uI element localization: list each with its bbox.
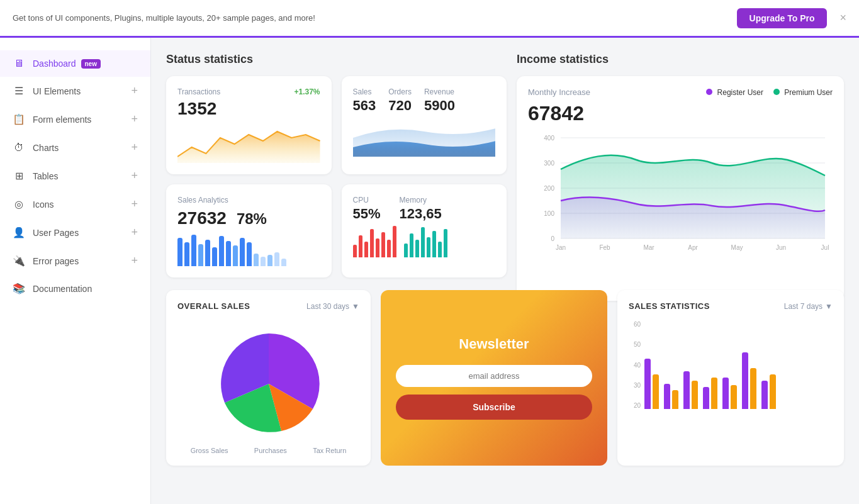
sidebar-label-icons: Icons — [33, 199, 53, 210]
svg-text:Jan: Jan — [556, 244, 566, 251]
svg-text:Apr: Apr — [688, 244, 698, 251]
user-pages-icon: 👤 — [13, 227, 25, 238]
expand-icon: + — [131, 198, 138, 211]
svg-text:Mar: Mar — [643, 244, 654, 251]
expand-icon: + — [131, 254, 138, 267]
transactions-value: 1352 — [177, 99, 320, 119]
premium-user-dot — [773, 89, 780, 95]
icons-icon: ◎ — [13, 198, 25, 210]
svg-text:Jun: Jun — [776, 244, 786, 251]
sidebar-item-error-pages[interactable]: 🔌 Error pages + — [0, 247, 150, 275]
purchases-label: Purchases — [254, 447, 287, 454]
cpu-value: 55% — [353, 206, 381, 222]
income-legend: Register User Premium User — [706, 88, 833, 97]
sales-analytics-card: Sales Analytics 27632 78% — [166, 184, 332, 277]
new-badge: new — [81, 59, 101, 69]
pie-labels: Gross Sales Purchases Tax Return — [177, 447, 359, 454]
sales-statistics-filter[interactable]: Last 7 days ▼ — [784, 302, 833, 311]
analytics-value1: 27632 — [177, 208, 227, 228]
revenue-value: 5900 — [424, 98, 455, 114]
sidebar: 🖥 Dashboard new ☰ UI Elements + 📋 Form e… — [0, 38, 151, 504]
newsletter-email-input[interactable] — [396, 365, 592, 387]
svg-text:100: 100 — [544, 210, 554, 217]
overall-sales-card: OVERALL SALES Last 30 days ▼ — [166, 290, 371, 466]
income-value: 67842 — [528, 102, 833, 125]
sidebar-label-error-pages: Error pages — [33, 256, 79, 266]
income-chart: 400 300 200 100 0 Jan — [528, 132, 833, 260]
sidebar-item-dashboard[interactable]: 🖥 Dashboard new — [0, 50, 150, 77]
sidebar-item-form-elements[interactable]: 📋 Form elements + — [0, 105, 150, 133]
documentation-icon: 📚 — [13, 283, 25, 294]
cpu-memory-charts — [353, 226, 496, 257]
error-pages-icon: 🔌 — [13, 255, 25, 267]
ui-elements-icon: ☰ — [13, 85, 25, 97]
svg-text:May: May — [731, 244, 743, 251]
transactions-change: +1.37% — [294, 87, 320, 96]
svg-text:200: 200 — [544, 185, 554, 192]
svg-text:Jul: Jul — [821, 244, 829, 251]
sidebar-label-charts: Charts — [33, 143, 59, 153]
transactions-label: Transactions — [177, 87, 220, 96]
sidebar-label-tables: Tables — [33, 171, 58, 181]
sidebar-item-charts[interactable]: ⏱ Charts + — [0, 133, 150, 162]
overall-sales-filter[interactable]: Last 30 days ▼ — [306, 302, 359, 311]
income-section-title: Income statistics — [517, 53, 844, 66]
register-user-dot — [706, 89, 712, 95]
pie-chart-container — [177, 321, 359, 447]
top-sections: Status statistics Transactions +1.37% 13… — [166, 53, 844, 277]
subscribe-button[interactable]: Subscribe — [396, 395, 592, 420]
tables-icon: ⊞ — [13, 170, 25, 182]
gross-sales-label: Gross Sales — [191, 447, 228, 454]
tax-return-label: Tax Return — [313, 447, 346, 454]
cpu-label: CPU — [353, 196, 381, 204]
upgrade-button[interactable]: Upgrade To Pro — [737, 8, 828, 28]
monthly-increase-label: Monthly Increase — [528, 87, 590, 97]
top-banner: Get tons of UI components, Plugins, mult… — [0, 0, 859, 38]
orders-value: 720 — [388, 98, 412, 114]
dashboard-icon: 🖥 — [13, 58, 25, 69]
sidebar-label-documentation: Documentation — [33, 284, 92, 294]
dropdown-icon: ▼ — [352, 302, 359, 311]
svg-text:0: 0 — [551, 235, 554, 242]
cpu-memory-card: CPU 55% Memory 123,65 — [342, 184, 507, 277]
orders-label: Orders — [388, 87, 412, 96]
analytics-label: Sales Analytics — [177, 196, 320, 204]
sidebar-label-ui-elements: UI Elements — [33, 86, 81, 96]
expand-icon: + — [131, 84, 138, 98]
status-section-title: Status statistics — [166, 53, 507, 66]
sidebar-item-icons[interactable]: ◎ Icons + — [0, 190, 150, 218]
register-user-legend: Register User — [706, 88, 763, 97]
analytics-value2: 78% — [237, 210, 267, 228]
svg-text:Feb: Feb — [599, 244, 610, 251]
status-statistics-section: Status statistics Transactions +1.37% 13… — [166, 53, 507, 277]
transactions-chart — [177, 125, 320, 163]
svg-text:400: 400 — [544, 135, 554, 142]
cpu-bar-chart — [353, 226, 396, 257]
analytics-bar-chart — [177, 235, 320, 266]
memory-value: 123,65 — [400, 206, 442, 222]
close-banner-button[interactable]: × — [839, 11, 846, 25]
expand-icon: + — [131, 226, 138, 239]
sidebar-item-tables[interactable]: ⊞ Tables + — [0, 162, 150, 190]
svg-text:300: 300 — [544, 160, 554, 167]
sidebar-item-ui-elements[interactable]: ☰ UI Elements + — [0, 77, 150, 105]
memory-label: Memory — [400, 196, 442, 204]
sales-wave-chart — [353, 119, 496, 157]
sales-orders-card: Sales 563 Orders 720 Revenue 5900 — [342, 76, 507, 174]
income-card: Monthly Increase Register User Premium U… — [517, 76, 844, 301]
sales-stats-bars — [644, 321, 833, 409]
overall-sales-title: OVERALL SALES — [177, 301, 250, 311]
form-elements-icon: 📋 — [13, 113, 25, 125]
sidebar-item-user-pages[interactable]: 👤 User Pages + — [0, 218, 150, 247]
sales-value: 563 — [353, 98, 376, 114]
transactions-card: Transactions +1.37% 1352 — [166, 76, 332, 174]
sidebar-item-documentation[interactable]: 📚 Documentation — [0, 275, 150, 302]
dropdown-icon: ▼ — [825, 302, 833, 311]
sales-stats-chart: 60 50 40 30 20 — [629, 321, 833, 409]
expand-icon: + — [131, 169, 138, 182]
newsletter-title: Newsletter — [459, 336, 529, 352]
layout: 🖥 Dashboard new ☰ UI Elements + 📋 Form e… — [0, 38, 859, 504]
status-cards-grid: Transactions +1.37% 1352 — [166, 76, 507, 277]
revenue-label: Revenue — [424, 87, 455, 96]
sidebar-label-form-elements: Form elements — [33, 115, 91, 125]
